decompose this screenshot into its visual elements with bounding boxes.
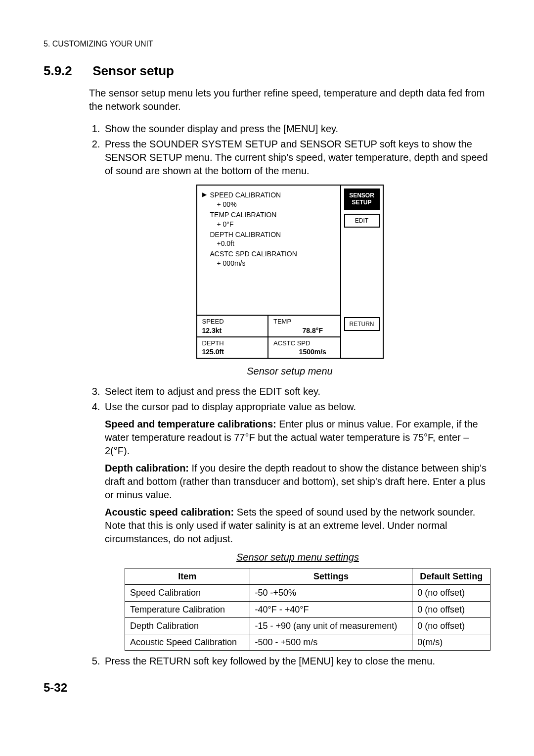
step-2: Press the SOUNDER SYSTEM SETUP and SENSO… — [103, 138, 490, 178]
status-label: TEMP — [273, 317, 337, 326]
table-row: Depth Calibration -15 - +90 (any unit of… — [125, 617, 490, 634]
status-cell-temp: TEMP 78.8°F — [268, 316, 340, 337]
calib-label: TEMP CALIBRATION — [203, 210, 335, 220]
settings-table: Item Settings Default Setting Speed Cali… — [125, 568, 490, 651]
calib-label: SPEED CALIBRATION — [203, 190, 335, 200]
td-item: Speed Calibration — [125, 585, 250, 601]
para-lead: Speed and temperature calibrations: — [105, 419, 276, 429]
calib-label: ACSTC SPD CALIBRATION — [203, 249, 335, 259]
calib-value: + 00% — [203, 200, 335, 209]
section-name: Sensor setup — [92, 63, 174, 78]
steps-list-a: Show the sounder display and press the [… — [89, 122, 490, 178]
table-row: Speed Calibration -50 -+50% 0 (no offset… — [125, 585, 490, 601]
section-number: 5.9.2 — [44, 63, 89, 79]
step-3: Select item to adjust and press the EDIT… — [103, 385, 490, 398]
para-depth: Depth calibration: If you desire the dep… — [105, 462, 490, 502]
softkey-return[interactable]: RETURN — [344, 317, 380, 331]
status-grid: SPEED 12.3kt TEMP 78.8°F DEPTH 125.0ft — [197, 315, 340, 358]
para-lead: Depth calibration: — [105, 463, 189, 473]
status-label: ACSTC SPD — [273, 339, 337, 348]
softkey-header: SENSOR SETUP — [344, 189, 380, 210]
table-row: Temperature Calibration -40°F - +40°F 0 … — [125, 601, 490, 617]
td-default: 0 (no offset) — [412, 617, 490, 634]
table-caption: Sensor setup menu settings — [105, 551, 490, 564]
page-number: 5-32 — [44, 681, 490, 695]
td-settings: -15 - +90 (any unit of measurement) — [250, 617, 412, 634]
calib-item-acstc: ACSTC SPD CALIBRATION + 000m/s — [203, 249, 335, 268]
td-settings: -500 - +500 m/s — [250, 634, 412, 651]
step-4-text: Use the cursor pad to display appropriat… — [105, 401, 356, 412]
figure-caption: Sensor setup menu — [89, 365, 490, 378]
para-speed-temp: Speed and temperature calibrations: Ente… — [105, 418, 490, 458]
status-value: 1500m/s — [273, 347, 337, 357]
td-item: Depth Calibration — [125, 617, 250, 634]
td-settings: -40°F - +40°F — [250, 601, 412, 617]
td-default: 0 (no offset) — [412, 585, 490, 601]
step-5: Press the RETURN soft key followed by th… — [103, 655, 490, 668]
para-acoustic: Acoustic speed calibration: Sets the spe… — [105, 506, 490, 546]
softkey-edit[interactable]: EDIT — [344, 214, 380, 228]
td-item: Acoustic Speed Calibration — [125, 634, 250, 651]
calib-item-depth: DEPTH CALIBRATION +0.0ft — [203, 230, 335, 249]
status-label: DEPTH — [202, 339, 265, 348]
screen-main-area: SPEED CALIBRATION + 00% TEMP CALIBRATION… — [197, 186, 341, 358]
calib-value: +0.0ft — [203, 239, 335, 248]
calib-value: + 000m/s — [203, 259, 335, 268]
table-header-row: Item Settings Default Setting — [125, 568, 490, 585]
status-cell-acstc: ACSTC SPD 1500m/s — [268, 337, 340, 358]
th-default: Default Setting — [412, 568, 490, 585]
th-settings: Settings — [250, 568, 412, 585]
status-cell-depth: DEPTH 125.0ft — [197, 337, 269, 358]
section-title: 5.9.2 Sensor setup — [44, 63, 490, 79]
step-4: Use the cursor pad to display appropriat… — [103, 400, 490, 651]
calib-item-speed: SPEED CALIBRATION + 00% — [203, 190, 335, 209]
th-item: Item — [125, 568, 250, 585]
figure-sensor-setup: SPEED CALIBRATION + 00% TEMP CALIBRATION… — [89, 185, 490, 359]
status-value: 125.0ft — [202, 347, 265, 357]
calib-label: DEPTH CALIBRATION — [203, 230, 335, 239]
status-value: 78.8°F — [273, 326, 337, 335]
calib-value: + 0°F — [203, 220, 335, 229]
intro-paragraph: The sensor setup menu lets you further r… — [89, 87, 490, 113]
running-head: 5. CUSTOMIZING YOUR UNIT — [44, 40, 490, 48]
calibration-list: SPEED CALIBRATION + 00% TEMP CALIBRATION… — [197, 186, 340, 315]
td-default: 0 (no offset) — [412, 601, 490, 617]
para-lead: Acoustic speed calibration: — [105, 507, 234, 518]
status-label: SPEED — [202, 317, 265, 326]
td-default: 0(m/s) — [412, 634, 490, 651]
device-screen: SPEED CALIBRATION + 00% TEMP CALIBRATION… — [196, 185, 384, 359]
step-1: Show the sounder display and press the [… — [103, 122, 490, 136]
steps-list-b: Select item to adjust and press the EDIT… — [89, 385, 490, 668]
status-cell-speed: SPEED 12.3kt — [197, 316, 269, 337]
calib-item-temp: TEMP CALIBRATION + 0°F — [203, 210, 335, 229]
table-row: Acoustic Speed Calibration -500 - +500 m… — [125, 634, 490, 651]
status-value: 12.3kt — [202, 326, 265, 335]
td-settings: -50 -+50% — [250, 585, 412, 601]
td-item: Temperature Calibration — [125, 601, 250, 617]
softkey-column: SENSOR SETUP EDIT RETURN — [341, 186, 383, 358]
